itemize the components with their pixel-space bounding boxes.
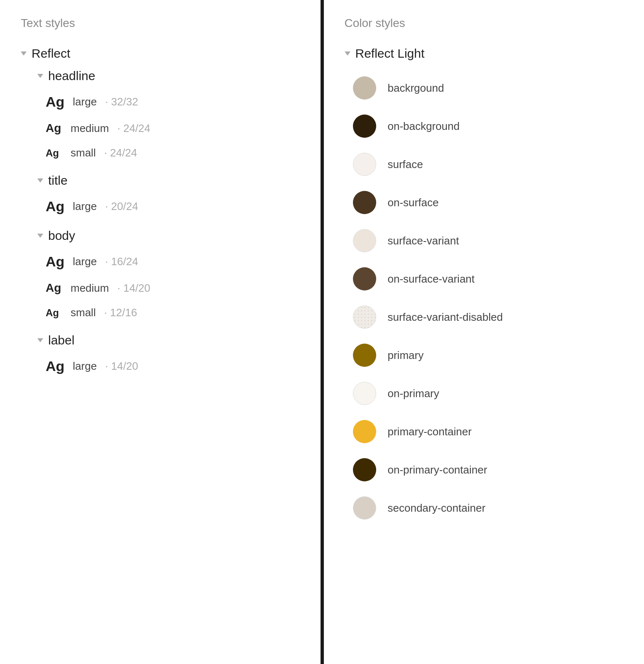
surface-swatch <box>353 153 376 176</box>
color-on-primary[interactable]: on-primary <box>345 374 624 413</box>
panel-divider <box>321 0 324 664</box>
reflect-group-title[interactable]: Reflect <box>21 46 300 61</box>
color-styles-header: Color styles <box>345 17 624 30</box>
title-large-name: large <box>73 200 97 213</box>
surface-variant-label: surface-variant <box>388 234 459 247</box>
secondary-container-swatch <box>353 496 376 520</box>
on-background-label: on-background <box>388 120 460 133</box>
label-group-title[interactable]: label <box>21 333 300 347</box>
surface-label: surface <box>388 158 423 171</box>
body-chevron-icon <box>37 234 43 238</box>
on-background-swatch <box>353 115 376 138</box>
on-surface-swatch <box>353 191 376 214</box>
headline-chevron-icon <box>37 74 43 78</box>
color-on-background[interactable]: on-background <box>345 107 624 145</box>
title-group: title Ag large · 20/24 <box>21 173 300 220</box>
color-primary-container[interactable]: primary-container <box>345 413 624 451</box>
headline-label: headline <box>48 69 95 83</box>
color-styles-panel: Color styles Reflect Light backrgound on… <box>324 0 644 664</box>
title-large-ag: Ag <box>46 198 64 215</box>
body-medium-ag: Ag <box>46 281 62 295</box>
headline-medium-meta: · 24/24 <box>117 122 150 135</box>
primary-container-label: primary-container <box>388 425 472 438</box>
color-surface[interactable]: surface <box>345 145 624 183</box>
title-chevron-icon <box>37 178 43 183</box>
backrgound-label: backrgound <box>388 82 444 95</box>
body-small-item: Ag small · 12/16 <box>21 300 300 325</box>
body-label: body <box>48 229 75 243</box>
headline-medium-name: medium <box>71 122 109 135</box>
reflect-group-label: Reflect <box>32 46 70 61</box>
headline-small-item: Ag small · 24/24 <box>21 141 300 165</box>
primary-swatch <box>353 344 376 367</box>
headline-medium-item: Ag medium · 24/24 <box>21 116 300 141</box>
chevron-icon <box>21 51 27 56</box>
headline-large-item: Ag large · 32/32 <box>21 88 300 116</box>
label-large-name: large <box>73 360 97 373</box>
reflect-group: Reflect headline Ag large · 32/32 Ag med… <box>21 46 300 380</box>
headline-large-ag: Ag <box>46 94 64 110</box>
headline-group-title[interactable]: headline <box>21 69 300 83</box>
primary-container-swatch <box>353 420 376 443</box>
label-large-item: Ag large · 14/20 <box>21 352 300 380</box>
text-styles-panel: Text styles Reflect headline Ag large · … <box>0 0 321 664</box>
reflect-light-chevron-icon <box>345 51 350 56</box>
color-surface-variant[interactable]: surface-variant <box>345 222 624 260</box>
headline-medium-ag: Ag <box>46 122 62 135</box>
label-large-ag: Ag <box>46 358 64 374</box>
title-label: title <box>48 173 68 188</box>
body-small-name: small <box>71 306 96 319</box>
backrgound-swatch <box>353 76 376 100</box>
headline-group: headline Ag large · 32/32 Ag medium · 24… <box>21 69 300 165</box>
reflect-light-group: Reflect Light backrgound on-background s… <box>345 46 624 527</box>
color-secondary-container[interactable]: secondary-container <box>345 489 624 527</box>
body-medium-name: medium <box>71 282 109 295</box>
body-large-ag: Ag <box>46 254 64 270</box>
color-on-surface[interactable]: on-surface <box>345 183 624 222</box>
on-primary-container-swatch <box>353 458 376 481</box>
title-large-meta: · 20/24 <box>105 200 138 213</box>
body-group: body Ag large · 16/24 Ag medium · 14/20 … <box>21 229 300 325</box>
primary-label: primary <box>388 349 424 362</box>
on-primary-container-label: on-primary-container <box>388 464 487 476</box>
headline-small-meta: · 24/24 <box>104 146 137 159</box>
body-group-title[interactable]: body <box>21 229 300 243</box>
surface-variant-disabled-swatch <box>353 305 376 329</box>
label-large-meta: · 14/20 <box>105 360 138 373</box>
body-small-meta: · 12/16 <box>104 306 137 319</box>
label-group: label Ag large · 14/20 <box>21 333 300 380</box>
surface-variant-disabled-label: surface-variant-disabled <box>388 311 503 324</box>
body-large-meta: · 16/24 <box>105 255 138 268</box>
reflect-light-label: Reflect Light <box>355 46 425 61</box>
reflect-light-header[interactable]: Reflect Light <box>345 46 624 61</box>
on-surface-variant-swatch <box>353 267 376 290</box>
on-primary-swatch <box>353 382 376 405</box>
color-surface-variant-disabled[interactable]: surface-variant-disabled <box>345 298 624 336</box>
color-on-surface-variant[interactable]: on-surface-variant <box>345 260 624 298</box>
color-primary[interactable]: primary <box>345 336 624 374</box>
title-group-title[interactable]: title <box>21 173 300 188</box>
body-small-ag: Ag <box>46 307 62 319</box>
surface-variant-swatch <box>353 229 376 252</box>
secondary-container-label: secondary-container <box>388 502 486 515</box>
label-chevron-icon <box>37 338 43 342</box>
body-medium-item: Ag medium · 14/20 <box>21 276 300 300</box>
title-large-item: Ag large · 20/24 <box>21 193 300 220</box>
body-large-name: large <box>73 255 97 268</box>
headline-small-ag: Ag <box>46 147 62 159</box>
text-styles-header: Text styles <box>21 17 300 30</box>
on-surface-variant-label: on-surface-variant <box>388 273 475 286</box>
headline-small-name: small <box>71 146 96 159</box>
color-backrgound[interactable]: backrgound <box>345 69 624 107</box>
headline-large-meta: · 32/32 <box>105 95 138 108</box>
on-primary-label: on-primary <box>388 387 439 400</box>
body-large-item: Ag large · 16/24 <box>21 248 300 276</box>
on-surface-label: on-surface <box>388 196 439 209</box>
color-on-primary-container[interactable]: on-primary-container <box>345 451 624 489</box>
headline-large-name: large <box>73 95 97 108</box>
label-label: label <box>48 333 74 347</box>
body-medium-meta: · 14/20 <box>117 282 150 295</box>
